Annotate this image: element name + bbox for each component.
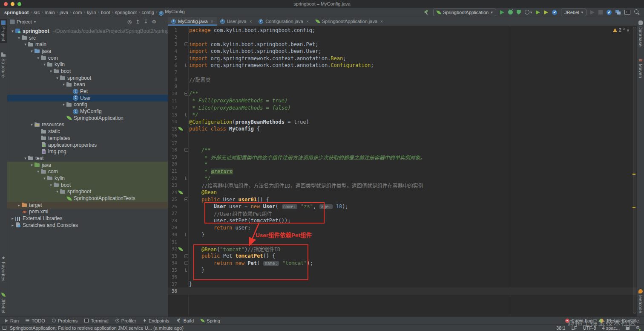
chevron-open-icon[interactable]: ▾ <box>55 76 60 80</box>
tree-item-templates[interactable]: templates <box>7 135 168 142</box>
fold-collapse-icon[interactable]: − <box>184 148 188 152</box>
close-tab-icon[interactable]: × <box>306 19 309 24</box>
chevron-open-icon[interactable]: ▾ <box>35 56 41 60</box>
terminal-window-button[interactable]: ▸ <box>624 10 630 15</box>
tree-item-boot[interactable]: ▾boot <box>7 182 168 189</box>
breadcrumb-item[interactable]: main <box>45 10 55 15</box>
caret-position[interactable]: 38:1 <box>556 325 565 331</box>
tree-item-img.png[interactable]: img.png <box>7 148 168 155</box>
code-line-10[interactable]: 10−/** <box>168 90 637 97</box>
toolwindow-tab-project[interactable]: Project <box>0 19 7 43</box>
code-line-14[interactable]: 14@Configuration(proxyBeanMethods = true… <box>168 118 637 125</box>
expand-all-button[interactable]: ↥ <box>135 19 140 25</box>
code-line-3[interactable]: 3−import com.kylin.boot.springboot.bean.… <box>168 41 637 48</box>
spring-bean-gutter-icon[interactable] <box>178 127 183 131</box>
editor-content[interactable]: 1package com.kylin.boot.springboot.confi… <box>168 26 637 316</box>
code-line-11[interactable]: 11 * Full(proxyBeanMethods = true) <box>168 97 637 105</box>
tree-item-main[interactable]: ▾main <box>7 41 168 48</box>
code-line-9[interactable]: 9 <box>168 83 637 90</box>
tree-item-boot[interactable]: ▾boot <box>7 68 168 75</box>
tree-item-pom.xml[interactable]: mpom.xml <box>7 209 168 215</box>
chevron-open-icon[interactable]: ▾ <box>48 183 54 187</box>
code-line-29[interactable]: 29 return user; <box>168 224 637 231</box>
toolwindow-button-profiler[interactable]: Profiler <box>115 318 136 323</box>
toolwindow-button-spring[interactable]: Spring <box>201 318 220 323</box>
tree-item-java[interactable]: ▾java <box>7 162 168 168</box>
debug-button[interactable] <box>508 10 513 15</box>
code-line-22[interactable]: 22 */ <box>168 175 637 182</box>
chevron-open-icon[interactable]: ▾ <box>42 62 47 67</box>
fold-end-icon[interactable] <box>185 113 187 116</box>
chevron-open-icon[interactable]: ▾ <box>29 122 34 127</box>
breadcrumb-item[interactable]: springboot <box>115 10 137 15</box>
tree-item-application.properties[interactable]: application.properties <box>7 142 168 148</box>
tree-item-test[interactable]: ▾test <box>7 155 168 162</box>
tree-item-src[interactable]: ▾src <box>7 35 168 41</box>
code-line-15[interactable]: 15public class MyConfig { <box>168 125 637 133</box>
profiler-dial-button[interactable] <box>607 10 612 15</box>
chevron-open-icon[interactable]: ▾ <box>10 29 15 33</box>
tree-item-kylin[interactable]: ▾kylin <box>7 61 168 68</box>
chevron-open-icon[interactable]: ▾ <box>42 176 47 180</box>
code-line-23[interactable]: 23 //给容器中添加组件，方法名为组件ID，返回类型就是组件类型。返回值就是组… <box>168 182 637 189</box>
code-line-12[interactable]: 12 * Lite(proxyBeanMethods = false) <box>168 104 637 111</box>
hide-panel-button[interactable]: — <box>160 19 165 25</box>
tool-window-switcher-icon[interactable] <box>3 326 6 330</box>
tree-item-Scratches and Consoles[interactable]: ▸Scratches and Consoles <box>7 222 168 229</box>
code-line-30[interactable]: 30 } <box>168 231 637 238</box>
prev-warning-icon[interactable]: ^ <box>623 27 625 32</box>
warning-stripe-mark[interactable] <box>632 207 635 208</box>
chevron-open-icon[interactable]: ▾ <box>48 69 54 73</box>
code-line-8[interactable]: 8//配置类 <box>168 76 637 83</box>
tree-item-config[interactable]: ▾config <box>7 102 168 108</box>
tree-item-External Libraries[interactable]: ▸External Libraries <box>7 215 168 222</box>
jrebel-run-button[interactable] <box>536 10 540 15</box>
chevron-closed-icon[interactable]: ▸ <box>16 203 22 207</box>
toolwindow-button-problems[interactable]: Problems <box>52 318 78 323</box>
fold-collapse-icon[interactable]: − <box>184 254 188 258</box>
tab-User.java[interactable]: CUser.java× <box>217 17 256 26</box>
toolwindow-tab-jrebel[interactable]: JRebel <box>0 291 7 315</box>
tree-item-resources[interactable]: ▾resources <box>7 122 168 128</box>
tab-SpringbootApplication.java[interactable]: SpringbootApplication.java× <box>312 17 386 26</box>
fold-end-icon[interactable] <box>185 233 187 236</box>
toolwindow-button-build[interactable]: Build <box>176 318 194 323</box>
toolwindow-button-run[interactable]: Run <box>5 318 19 323</box>
code-line-19[interactable]: 19 * 外部无论对配置类中的这个组件注册方法调用多少次获取的都是之前注册容器中… <box>168 154 637 161</box>
code-line-5[interactable]: 5import org.springframework.context.anno… <box>168 55 637 62</box>
build-hammer-button[interactable] <box>424 10 429 15</box>
chevron-closed-icon[interactable]: ▸ <box>10 223 15 227</box>
code-line-6[interactable]: 6import org.springframework.context.anno… <box>168 62 637 69</box>
warning-stripe-mark[interactable] <box>632 174 635 175</box>
search-everywhere-button[interactable] <box>634 9 640 15</box>
toolwindow-button-endpoints[interactable]: Endpoints <box>143 318 170 323</box>
jrebel-debug-button[interactable] <box>544 10 548 15</box>
inspection-widget[interactable]: 2 ^ v <box>613 27 629 32</box>
breadcrumb-item[interactable]: com <box>73 10 82 15</box>
code-line-24[interactable]: 24 @Bean <box>168 189 637 196</box>
tree-item-User[interactable]: CUser <box>7 95 168 102</box>
chevron-open-icon[interactable]: ▾ <box>23 42 28 46</box>
spring-bean-gutter-icon[interactable] <box>178 247 183 251</box>
run-config-combo[interactable]: SpringbootApplication ▾ <box>433 9 496 16</box>
chevron-open-icon[interactable]: ▾ <box>61 102 66 107</box>
toolwindow-tab-favorites[interactable]: ★Favorites <box>0 254 7 283</box>
breadcrumb-item[interactable]: springboot <box>4 10 29 15</box>
tree-item-SpringbootApplicationTests[interactable]: SpringbootApplicationTests <box>7 195 168 202</box>
tree-item-springboot[interactable]: ▾springboot~/Downloads/code/IdeaProjects… <box>7 28 168 35</box>
code-line-20[interactable]: 20 * <box>168 160 637 168</box>
toolwindow-button-terminal[interactable]: Terminal <box>84 318 109 323</box>
spring-bean-gutter-icon[interactable] <box>178 190 183 195</box>
tree-item-target[interactable]: ▸target <box>7 202 168 209</box>
chevron-closed-icon[interactable]: ▸ <box>10 216 15 221</box>
fold-end-icon[interactable] <box>185 268 187 272</box>
chevron-open-icon[interactable]: ▾ <box>61 82 66 87</box>
tree-item-springboot[interactable]: ▾springboot <box>7 189 168 195</box>
jrebel-combo[interactable]: JRebel ▾ <box>561 9 586 16</box>
tree-item-com[interactable]: ▾com <box>7 55 168 61</box>
profiler-button[interactable]: ▾ <box>525 10 532 15</box>
fold-collapse-icon[interactable]: − <box>184 92 188 96</box>
toolwindow-tab-database[interactable]: Database <box>637 19 644 48</box>
toolwindow-tab-leetcode[interactable]: leetcode <box>637 287 644 315</box>
breadcrumb-item[interactable]: C MyConfig <box>159 9 185 16</box>
